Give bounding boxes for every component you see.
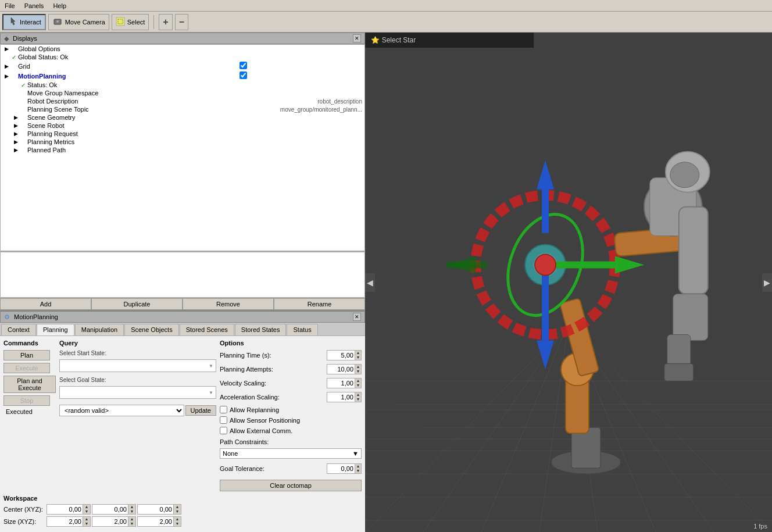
interact-button[interactable]: Interact — [2, 14, 46, 30]
tab-manipulation[interactable]: Manipulation — [75, 324, 124, 335]
goal-tolerance-value[interactable] — [327, 463, 355, 474]
goal-tolerance-up[interactable]: ▲ — [355, 464, 361, 469]
rename-display-button[interactable]: Rename — [274, 298, 365, 310]
acceleration-scaling-value[interactable] — [327, 392, 355, 402]
start-state-input[interactable]: ▼ — [59, 359, 216, 372]
planning-time-input[interactable]: ▲ ▼ — [327, 350, 362, 360]
viewport[interactable]: ⭐ Select Star ◀ ▶ 1 fps — [365, 33, 772, 532]
center-z-down[interactable]: ▼ — [174, 509, 181, 514]
velocity-scaling-label: Velocity Scaling: — [220, 380, 324, 387]
tree-item-robot-desc[interactable]: Robot Description robot_description — [1, 97, 364, 105]
viewport-collapse-left[interactable]: ◀ — [365, 273, 375, 292]
allow-replanning-label: Allow Replanning — [230, 406, 279, 413]
center-z-up[interactable]: ▲ — [174, 505, 181, 509]
planning-attempts-input[interactable]: ▲ ▼ — [327, 364, 362, 374]
planning-time-down[interactable]: ▼ — [355, 355, 361, 360]
add-display-button[interactable]: Add — [0, 298, 91, 310]
center-y-arrows: ▲ ▼ — [128, 504, 136, 515]
planning-attempts-value[interactable] — [327, 364, 355, 374]
select-button[interactable]: Select — [112, 14, 149, 30]
planning-time-value[interactable] — [327, 350, 355, 360]
tab-context[interactable]: Context — [1, 324, 36, 335]
viewport-collapse-right[interactable]: ▶ — [762, 273, 772, 292]
remove-display-button[interactable]: Remove — [183, 298, 274, 310]
size-y-input[interactable] — [92, 516, 128, 527]
tree-item-motion-planning[interactable]: ▶ MotionPlanning — [1, 71, 364, 81]
goal-tolerance-input[interactable]: ▲ ▼ — [327, 463, 362, 474]
tree-item-planned-path[interactable]: ▶ Planned Path — [1, 146, 364, 154]
acceleration-scaling-up[interactable]: ▲ — [355, 392, 361, 397]
size-z-input[interactable] — [137, 516, 173, 527]
velocity-scaling-input[interactable]: ▲ ▼ — [327, 378, 362, 388]
acceleration-scaling-input[interactable]: ▲ ▼ — [327, 392, 362, 402]
planning-layout: Commands Plan Execute Plan and Execute S… — [3, 340, 362, 491]
tree-item-scene-robot[interactable]: ▶ Scene Robot — [1, 122, 364, 130]
update-button[interactable]: Update — [185, 405, 216, 416]
goal-tolerance-down[interactable]: ▼ — [355, 469, 361, 473]
velocity-scaling-value[interactable] — [327, 378, 355, 388]
planning-attempts-up[interactable]: ▲ — [355, 365, 361, 369]
size-z-up[interactable]: ▲ — [174, 517, 181, 522]
displays-buttons: Add Duplicate Remove Rename — [0, 298, 365, 310]
tree-item-grid[interactable]: ▶ Grid — [1, 61, 364, 71]
displays-close-button[interactable]: ✕ — [353, 34, 361, 42]
menu-panels[interactable]: Panels — [24, 2, 44, 9]
planning-attempts-down[interactable]: ▼ — [355, 369, 361, 374]
size-x-down[interactable]: ▼ — [83, 522, 90, 526]
size-y-up[interactable]: ▲ — [128, 517, 135, 522]
center-y-input[interactable] — [92, 504, 128, 515]
center-x-arrows: ▲ ▼ — [83, 504, 91, 515]
path-constraints-select[interactable]: None ▼ — [220, 448, 362, 459]
planning-time-spinners: ▲ ▼ — [355, 350, 362, 360]
add-button[interactable]: + — [159, 14, 172, 30]
move-camera-button[interactable]: Move Camera — [48, 14, 109, 30]
tree-item-global-options[interactable]: ▶ Global Options — [1, 45, 364, 53]
center-y-down[interactable]: ▼ — [128, 509, 135, 514]
plan-and-execute-button[interactable]: Plan and Execute — [3, 376, 56, 393]
goal-state-input[interactable]: ▼ — [59, 386, 216, 399]
random-valid-select[interactable]: <random valid> — [59, 405, 184, 416]
tab-scene-objects[interactable]: Scene Objects — [124, 324, 179, 335]
execute-button[interactable]: Execute — [3, 363, 50, 373]
center-z-input[interactable] — [137, 504, 173, 515]
motion-planning-checkbox[interactable] — [240, 72, 247, 79]
tab-stored-states[interactable]: Stored States — [235, 324, 287, 335]
menubar: File Panels Help — [0, 0, 772, 12]
tree-item-move-group-ns[interactable]: Move Group Namespace — [1, 89, 364, 97]
tree-item-scene-geometry[interactable]: ▶ Scene Geometry — [1, 113, 364, 122]
grid-checkbox[interactable] — [240, 62, 247, 69]
velocity-scaling-down[interactable]: ▼ — [355, 383, 361, 388]
velocity-scaling-up[interactable]: ▲ — [355, 379, 361, 383]
motion-panel-close-button[interactable]: ✕ — [353, 313, 361, 321]
size-y-down[interactable]: ▼ — [128, 522, 135, 526]
allow-replanning-checkbox[interactable] — [220, 406, 227, 413]
path-constraints-label: Path Constraints: — [220, 438, 362, 445]
workspace-header: Workspace — [3, 495, 362, 502]
tree-item-status-ok[interactable]: ✓ Status: Ok — [1, 81, 364, 89]
center-x-down[interactable]: ▼ — [83, 509, 90, 514]
stop-button[interactable]: Stop — [3, 395, 50, 406]
size-z-down[interactable]: ▼ — [174, 522, 181, 526]
tree-item-planning-request[interactable]: ▶ Planning Request — [1, 130, 364, 138]
clear-octomap-button[interactable]: Clear octomap — [220, 480, 362, 491]
tree-item-global-status[interactable]: ✓ Global Status: Ok — [1, 53, 364, 61]
menu-help[interactable]: Help — [53, 2, 66, 9]
tab-status[interactable]: Status — [287, 324, 317, 335]
center-y-up[interactable]: ▲ — [128, 505, 135, 509]
minus-button[interactable]: − — [175, 14, 188, 30]
duplicate-display-button[interactable]: Duplicate — [91, 298, 183, 310]
size-x-input[interactable] — [47, 516, 83, 527]
planning-time-up[interactable]: ▲ — [355, 351, 361, 355]
allow-external-checkbox[interactable] — [220, 427, 227, 434]
tab-planning[interactable]: Planning — [37, 324, 74, 335]
tree-item-planning-scene-topic[interactable]: Planning Scene Topic move_group/monitore… — [1, 105, 364, 113]
tab-stored-scenes[interactable]: Stored Scenes — [180, 324, 234, 335]
acceleration-scaling-down[interactable]: ▼ — [355, 397, 361, 402]
tree-item-planning-metrics[interactable]: ▶ Planning Metrics — [1, 138, 364, 146]
menu-file[interactable]: File — [5, 2, 15, 9]
size-x-up[interactable]: ▲ — [83, 517, 90, 522]
allow-sensor-checkbox[interactable] — [220, 416, 227, 424]
plan-button[interactable]: Plan — [3, 350, 50, 360]
center-x-up[interactable]: ▲ — [83, 505, 90, 509]
center-x-input[interactable] — [47, 504, 83, 515]
